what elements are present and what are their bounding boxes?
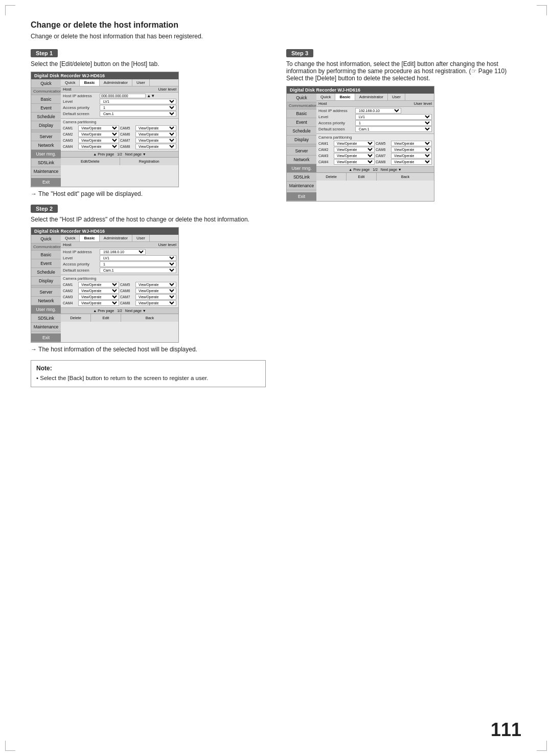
tab-basic-step1[interactable]: Basic	[80, 79, 99, 86]
tab-user-step1[interactable]: User	[132, 79, 150, 86]
delete-btn-step3[interactable]: Delete	[316, 173, 347, 181]
cam8-select-step3[interactable]: View/Operate	[391, 159, 432, 165]
sidebar-usermng-step1[interactable]: User mng.	[31, 150, 61, 159]
level-select-step2[interactable]: LV1	[100, 255, 176, 261]
tab-user-step3[interactable]: User	[388, 94, 405, 100]
back-btn-step3[interactable]: Back	[377, 173, 434, 181]
sidebar-exit-step2[interactable]: Exit	[31, 333, 61, 342]
cam3-select-step2[interactable]: View/Operate	[78, 294, 119, 300]
level-select-step3[interactable]: LV1	[355, 114, 432, 120]
next-btn-step1[interactable]: Next page ▼	[125, 152, 146, 156]
back-btn-step2[interactable]: Back	[121, 314, 178, 322]
prev-btn-step2[interactable]: ▲ Prev page	[93, 309, 114, 313]
tab-admin-step1[interactable]: Administrator	[100, 79, 132, 86]
sidebar-usermng-step2[interactable]: User mng.	[31, 305, 61, 314]
sidebar-quick-step3[interactable]: Quick	[287, 94, 316, 102]
prev-btn-step3[interactable]: ▲ Prev page	[349, 168, 370, 171]
sidebar-display-step3[interactable]: Display	[287, 136, 316, 144]
default-screen-select-step1[interactable]: Cam.1	[100, 111, 176, 117]
cam3-select-step1[interactable]: View/Operate	[78, 138, 119, 143]
tab-quick-step3[interactable]: Quick	[316, 94, 335, 100]
cam7-select-step2[interactable]: View/Operate	[135, 294, 176, 300]
edit-delete-btn-step1[interactable]: Edit/Delete	[61, 158, 120, 165]
cam7-select-step1[interactable]: View/Operate	[135, 138, 176, 143]
sidebar-network-step1[interactable]: Network	[31, 141, 61, 150]
priority-select-step2[interactable]: 1	[100, 261, 176, 267]
recorder-title-step3: Digital Disk Recorder WJ-HD616	[290, 87, 360, 93]
edit-btn-step3[interactable]: Edit	[347, 173, 377, 181]
sidebar-sd5link-step3[interactable]: SD5Link	[287, 173, 316, 182]
tab-bar-step2: Quick Basic Administrator User	[61, 235, 178, 242]
sidebar-exit-step1[interactable]: Exit	[31, 178, 61, 187]
cam6-label-step3: CAM6	[376, 148, 390, 151]
cam3-select-step3[interactable]: View/Operate	[334, 153, 375, 159]
prev-btn-step1[interactable]: ▲ Prev page	[93, 152, 114, 156]
tab-basic-step3[interactable]: Basic	[335, 94, 355, 100]
tab-basic-step2[interactable]: Basic	[80, 235, 99, 241]
sidebar-quick-step2[interactable]: Quick	[31, 235, 61, 243]
delete-btn-step2[interactable]: Delete	[61, 314, 91, 322]
sidebar-event-step3[interactable]: Event	[287, 118, 316, 127]
cam4-select-step1[interactable]: View/Operate	[78, 144, 119, 149]
cam2-select-step2[interactable]: View/Operate	[78, 288, 119, 294]
sidebar-sd5link-step2[interactable]: SD5Link	[31, 314, 61, 323]
sidebar-usermng-step3[interactable]: User mng.	[287, 164, 316, 173]
sidebar-quick-step1[interactable]: Quick	[31, 79, 61, 88]
tab-admin-step2[interactable]: Administrator	[100, 235, 132, 241]
tab-quick-step2[interactable]: Quick	[61, 235, 80, 241]
sidebar-display-step2[interactable]: Display	[31, 277, 61, 285]
host-ip-select-step2[interactable]: 192.168.0.10	[100, 249, 146, 255]
edit-btn-step2[interactable]: Edit	[91, 314, 121, 322]
sidebar-event-step2[interactable]: Event	[31, 259, 61, 268]
cam5-select-step3[interactable]: View/Operate	[391, 141, 432, 146]
sidebar-maintenance-step2[interactable]: Maintenance	[31, 323, 61, 331]
sidebar-schedule-step1[interactable]: Schedule	[31, 113, 61, 121]
sidebar-maintenance-step1[interactable]: Maintenance	[31, 167, 61, 176]
cam2-select-step3[interactable]: View/Operate	[334, 147, 375, 152]
default-screen-select-step2[interactable]: Cam.1	[100, 268, 176, 273]
cam5-select-step2[interactable]: View/Operate	[135, 282, 176, 287]
sidebar-basic-step3[interactable]: Basic	[287, 109, 316, 118]
cam7-select-step3[interactable]: View/Operate	[391, 153, 432, 159]
host-ip-input-step1[interactable]	[100, 94, 146, 98]
sidebar-schedule-step2[interactable]: Schedule	[31, 268, 61, 277]
next-btn-step2[interactable]: Next page ▼	[125, 309, 146, 313]
priority-select-step3[interactable]: 1	[355, 120, 432, 126]
sidebar-exit-step3[interactable]: Exit	[287, 192, 316, 201]
registration-btn-step1[interactable]: Registration	[120, 158, 179, 165]
priority-select-step1[interactable]: 1	[100, 105, 176, 110]
sidebar-event-step1[interactable]: Event	[31, 104, 61, 113]
sidebar-basic-step2[interactable]: Basic	[31, 251, 61, 259]
sidebar-sd5link-step1[interactable]: SD5Link	[31, 159, 61, 167]
sidebar-network-step3[interactable]: Network	[287, 155, 316, 164]
cam8-select-step2[interactable]: View/Operate	[135, 300, 176, 306]
sidebar-server-step3[interactable]: Server	[287, 147, 316, 155]
cam2-select-step1[interactable]: View/Operate	[78, 131, 119, 137]
cam8-select-step1[interactable]: View/Operate	[135, 144, 176, 149]
sidebar-maintenance-step3[interactable]: Maintenance	[287, 182, 316, 190]
tab-admin-step3[interactable]: Administrator	[355, 94, 388, 100]
host-ip-row-step2: Host IP address 192.168.0.10	[63, 249, 176, 255]
cam1-select-step2[interactable]: View/Operate	[78, 282, 119, 287]
cam6-select-step3[interactable]: View/Operate	[391, 147, 432, 152]
cam5-select-step1[interactable]: View/Operate	[135, 125, 176, 131]
next-btn-step3[interactable]: Next page ▼	[381, 168, 402, 171]
cam4-select-step2[interactable]: View/Operate	[78, 300, 119, 306]
tab-quick-step1[interactable]: Quick	[61, 79, 80, 86]
cam1-select-step1[interactable]: View/Operate	[78, 125, 119, 131]
tab-user-step2[interactable]: User	[132, 235, 150, 241]
sidebar-basic-step1[interactable]: Basic	[31, 95, 61, 104]
sidebar-network-step2[interactable]: Network	[31, 297, 61, 305]
default-screen-select-step3[interactable]: Cam.1	[355, 126, 432, 132]
level-select-step1[interactable]: LV1	[100, 99, 176, 104]
host-ip-select-step3[interactable]: 192.168.0.10	[355, 108, 401, 114]
sidebar-server-step2[interactable]: Server	[31, 288, 61, 297]
cam1-select-step3[interactable]: View/Operate	[334, 141, 375, 146]
sidebar-server-step1[interactable]: Server	[31, 132, 61, 141]
cam6-select-step1[interactable]: View/Operate	[135, 131, 176, 137]
sidebar-display-step1[interactable]: Display	[31, 121, 61, 130]
cam4-select-step3[interactable]: View/Operate	[334, 159, 375, 165]
note-item-1: Select the [Back] button to return to th…	[36, 374, 260, 383]
cam6-select-step2[interactable]: View/Operate	[135, 288, 176, 294]
sidebar-schedule-step3[interactable]: Schedule	[287, 127, 316, 136]
